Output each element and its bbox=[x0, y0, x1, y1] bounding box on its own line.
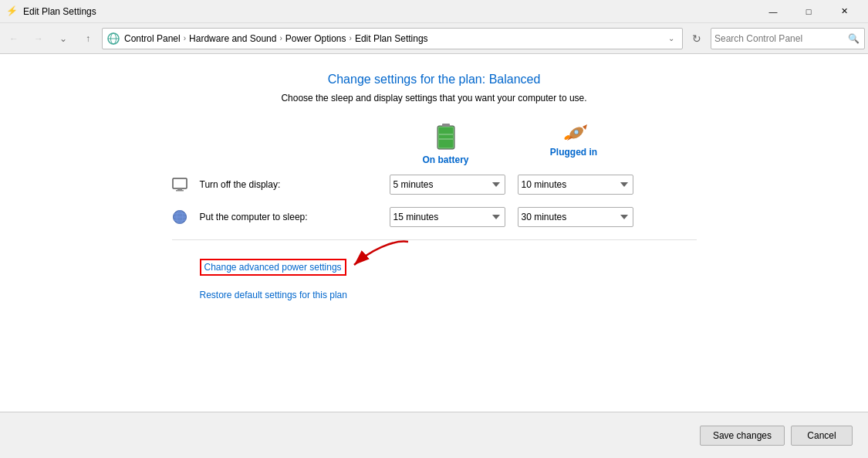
svg-rect-4 bbox=[442, 124, 450, 127]
save-changes-button[interactable]: Save changes bbox=[700, 426, 785, 446]
sleep-label: Put the computer to sleep: bbox=[200, 212, 377, 222]
svg-marker-9 bbox=[583, 124, 587, 130]
breadcrumb-current: Edit Plan Settings bbox=[355, 33, 428, 44]
refresh-button[interactable]: ↻ bbox=[686, 28, 708, 49]
svg-rect-14 bbox=[177, 188, 182, 190]
restore-defaults-link[interactable]: Restore default settings for this plan bbox=[200, 290, 697, 300]
back-button[interactable]: ← bbox=[3, 28, 25, 49]
breadcrumb-sep-1: › bbox=[184, 34, 186, 42]
setting-row-display: Turn off the display: 5 minutes 1 minute… bbox=[172, 175, 697, 195]
up-button[interactable]: ↑ bbox=[77, 28, 99, 49]
search-icon[interactable]: 🔍 bbox=[846, 31, 861, 46]
forward-button[interactable]: → bbox=[28, 28, 49, 49]
search-input[interactable] bbox=[714, 33, 846, 44]
page-title: Change settings for the plan: Balanced bbox=[172, 73, 697, 87]
display-icon bbox=[172, 177, 187, 192]
breadcrumb-power-options[interactable]: Power Options bbox=[285, 33, 346, 44]
main-content: Change settings for the plan: Balanced C… bbox=[0, 54, 868, 458]
col-battery: On battery bbox=[388, 122, 504, 165]
plugged-icon bbox=[559, 122, 589, 144]
links-section: Change advanced power settings Restore d… bbox=[200, 259, 697, 300]
sleep-battery-select[interactable]: 1 minute 2 minutes 3 minutes 5 minutes 1… bbox=[390, 207, 505, 227]
svg-rect-15 bbox=[176, 190, 184, 192]
svg-point-11 bbox=[574, 130, 579, 134]
window-icon: ⚡ bbox=[6, 5, 19, 18]
separator bbox=[172, 239, 697, 240]
sleep-icon bbox=[172, 209, 187, 225]
address-bar: ← → ⌄ ↑ Control Panel › Hardware and Sou… bbox=[0, 23, 868, 54]
content-panel: Change settings for the plan: Balanced C… bbox=[0, 54, 868, 325]
maximize-button[interactable]: □ bbox=[791, 0, 826, 23]
close-button[interactable]: ✕ bbox=[826, 0, 862, 23]
settings-table: Change settings for the plan: Balanced C… bbox=[172, 73, 697, 300]
col-plugged-label: Plugged in bbox=[550, 147, 597, 158]
titlebar-controls: — □ ✕ bbox=[755, 0, 862, 23]
breadcrumb-control-panel[interactable]: Control Panel bbox=[124, 33, 181, 44]
col-plugged: Plugged in bbox=[516, 122, 632, 165]
col-battery-label: On battery bbox=[422, 154, 468, 165]
breadcrumb-sep-2: › bbox=[279, 34, 282, 42]
advanced-power-settings-link[interactable]: Change advanced power settings bbox=[200, 259, 346, 276]
minimize-button[interactable]: — bbox=[755, 0, 791, 23]
dropdown-button[interactable]: ⌄ bbox=[52, 28, 74, 49]
breadcrumb-dropdown-btn[interactable]: ⌄ bbox=[665, 34, 677, 42]
svg-rect-5 bbox=[439, 127, 453, 148]
breadcrumb-sep-3: › bbox=[350, 34, 352, 42]
title-bar: ⚡ Edit Plan Settings — □ ✕ bbox=[0, 0, 868, 23]
arrow-annotation bbox=[346, 236, 416, 276]
column-headers: On battery bbox=[388, 122, 697, 165]
display-battery-select[interactable]: 5 minutes 1 minute 2 minutes 3 minutes 5… bbox=[390, 175, 505, 195]
svg-rect-13 bbox=[173, 178, 187, 188]
breadcrumb-bar: Control Panel › Hardware and Sound › Pow… bbox=[102, 28, 683, 49]
setting-row-sleep: Put the computer to sleep: 1 minute 2 mi… bbox=[172, 207, 697, 227]
page-subtitle: Choose the sleep and display settings th… bbox=[172, 93, 697, 103]
breadcrumb-hardware-sound[interactable]: Hardware and Sound bbox=[189, 33, 276, 44]
display-plugged-select[interactable]: 1 minute 2 minutes 3 minutes 5 minutes 1… bbox=[518, 175, 633, 195]
sleep-plugged-select[interactable]: 1 minute 2 minutes 3 minutes 5 minutes 1… bbox=[518, 207, 633, 227]
window-title: Edit Plan Settings bbox=[23, 6, 755, 17]
search-bar: 🔍 bbox=[711, 28, 865, 49]
bottom-bar: Save changes Cancel bbox=[0, 412, 868, 458]
display-label: Turn off the display: bbox=[200, 179, 377, 190]
control-panel-icon bbox=[107, 32, 120, 45]
battery-icon bbox=[435, 122, 457, 151]
cancel-button[interactable]: Cancel bbox=[791, 426, 853, 446]
